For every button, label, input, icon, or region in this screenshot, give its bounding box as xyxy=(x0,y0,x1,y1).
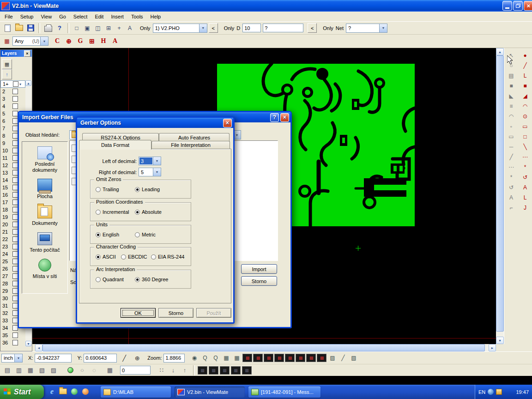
dots-icon[interactable]: ⋯ xyxy=(505,163,517,172)
letter-l-icon[interactable]: L xyxy=(519,193,531,202)
layer-row[interactable]: 3 xyxy=(0,95,25,103)
unit-combo[interactable]: inch ▼ xyxy=(1,354,23,363)
rectangle-icon[interactable]: ▭ xyxy=(505,132,517,141)
radio-icon[interactable] xyxy=(96,232,101,237)
tray-update-icon[interactable] xyxy=(496,389,502,395)
radio-icon[interactable] xyxy=(96,254,101,260)
taskbar-item-messenger[interactable]: [191-482-091] - Mess... xyxy=(248,387,320,398)
filled-square-icon[interactable]: ■ xyxy=(519,81,531,91)
print-icon[interactable] xyxy=(42,23,54,34)
open-file-icon[interactable] xyxy=(13,23,24,34)
pad-view-icon[interactable]: ▩ xyxy=(317,354,326,362)
tab-auto-features[interactable]: Auto Features xyxy=(159,133,230,141)
menu-item[interactable]: Go xyxy=(55,12,70,21)
lamp-icon[interactable]: ○ xyxy=(77,365,88,376)
layer-color-swatch[interactable] xyxy=(12,332,18,338)
hatch-view-icon[interactable]: ▧ xyxy=(36,365,48,376)
mirror-view-icon[interactable]: ▥ xyxy=(13,365,24,376)
radio-ebcdic[interactable]: EBCDIC xyxy=(121,254,147,260)
horizontal-scroll-thumb[interactable] xyxy=(42,344,485,351)
taskbar-item-mlab[interactable]: D:\MLAB xyxy=(101,387,171,398)
layers-view-icon[interactable]: ▨ xyxy=(327,353,337,363)
split-view-icon[interactable]: ◫ xyxy=(93,23,103,33)
menu-item[interactable]: Insert xyxy=(107,12,127,21)
dots-icon[interactable]: ⋯ xyxy=(519,152,531,162)
menu-item[interactable]: Edit xyxy=(91,12,107,21)
pad-pattern-icon[interactable]: ▩ xyxy=(198,366,207,375)
scroll-left-icon[interactable]: ◄ xyxy=(35,344,42,351)
close-icon[interactable]: × xyxy=(280,113,289,122)
dcode-g-icon[interactable]: G xyxy=(75,36,86,47)
diagonal-icon[interactable]: ╱ xyxy=(338,353,348,363)
radio-icon[interactable] xyxy=(96,210,101,215)
radio-english[interactable]: English xyxy=(96,232,119,237)
gerber-dialog-titlebar[interactable]: Gerber Options × xyxy=(77,118,233,128)
taskbar-clock[interactable]: 19:47 xyxy=(516,389,529,395)
traffic-light-icon[interactable] xyxy=(65,365,76,376)
left-of-decimal-combo[interactable]: 3 ▼ xyxy=(139,157,161,165)
radio-incremental[interactable]: Incremental xyxy=(96,209,129,215)
close-button[interactable]: × xyxy=(524,1,532,11)
menu-item[interactable]: Tools xyxy=(127,12,147,21)
vertical-scroll-thumb[interactable] xyxy=(496,55,504,332)
tab-data-format[interactable]: Data Format xyxy=(79,140,151,150)
layer-color-swatch[interactable] xyxy=(12,89,18,94)
circle-dot-icon[interactable]: ⊙ xyxy=(519,112,531,121)
layer-row[interactable]: 1+ xyxy=(0,80,25,88)
radio-icon[interactable] xyxy=(96,277,101,282)
titlebar[interactable]: V2.bin - ViewMate × xyxy=(0,0,532,12)
radio-360-degree[interactable]: 360 Degree xyxy=(135,277,169,282)
internet-explorer-icon[interactable]: e xyxy=(48,387,56,395)
move-up-icon[interactable]: ↑ xyxy=(179,365,190,376)
restore-button[interactable] xyxy=(513,1,523,11)
radio-icon[interactable] xyxy=(135,277,140,282)
text-icon[interactable]: A xyxy=(505,193,517,202)
layers-icon[interactable]: ▤ xyxy=(505,71,517,80)
radio-icon[interactable] xyxy=(135,187,140,192)
target-icon[interactable]: ⊕ xyxy=(63,36,74,47)
help-icon[interactable]: ? xyxy=(270,113,279,122)
pad-view-icon[interactable]: ▩ xyxy=(253,354,263,362)
radio-metric[interactable]: Metric xyxy=(135,232,156,237)
folder-icon[interactable] xyxy=(59,387,67,395)
pad-pattern-icon[interactable]: ▩ xyxy=(220,366,230,375)
dcode-filter-input[interactable]: ? xyxy=(263,24,303,32)
menu-item[interactable]: Help xyxy=(147,12,165,21)
right-of-decimal-combo[interactable]: 5 ▼ xyxy=(139,168,161,176)
hatch-icon[interactable]: ≡ xyxy=(505,102,517,111)
count-field[interactable]: 0 xyxy=(120,366,151,375)
move-down-icon[interactable]: ↓ xyxy=(168,365,179,376)
pad-view-icon[interactable]: ▩ xyxy=(274,354,284,362)
checker-icon[interactable]: ▧ xyxy=(349,353,358,363)
radio-ascii[interactable]: ASCII xyxy=(96,254,116,260)
dcode-a-icon[interactable]: A xyxy=(109,36,121,47)
board-view-icon[interactable]: ▤ xyxy=(2,365,13,376)
hook-icon[interactable]: J xyxy=(519,203,531,212)
chevron-down-icon[interactable]: ▼ xyxy=(40,37,48,45)
layer-color-swatch[interactable] xyxy=(12,340,18,345)
layer-combo[interactable]: 1) V2.PHO ▼ xyxy=(153,24,207,33)
scroll-up-icon[interactable]: ▲ xyxy=(25,80,31,86)
slash-icon[interactable]: ╱ xyxy=(505,152,517,162)
zoom-in-icon[interactable]: Q xyxy=(200,353,210,363)
filled-triangle-icon[interactable]: ◢ xyxy=(519,91,531,101)
pad-icon[interactable]: ● xyxy=(519,51,531,60)
grid-icon[interactable]: ⊞ xyxy=(103,23,114,33)
chevron-down-icon[interactable]: ▼ xyxy=(153,168,161,176)
hollow-square-icon[interactable]: □ xyxy=(519,132,531,141)
zoom-window-icon[interactable]: ◉ xyxy=(189,353,199,363)
minimize-button[interactable] xyxy=(502,1,512,11)
prev-dcode-button[interactable]: < xyxy=(308,23,317,33)
segment-icon[interactable]: ─ xyxy=(505,142,517,151)
pad-view-icon[interactable]: ▩ xyxy=(296,354,305,362)
grid-dots-icon[interactable]: ▦ xyxy=(221,353,231,363)
cancel-button[interactable]: Storno xyxy=(241,276,277,286)
place-network[interactable]: Místa v síti xyxy=(24,259,66,279)
radio-icon[interactable] xyxy=(96,187,101,192)
pad-view-icon[interactable]: ▩ xyxy=(306,354,316,362)
arc-icon[interactable]: ◠ xyxy=(505,112,517,121)
frame-icon[interactable]: ▣ xyxy=(82,23,92,33)
radio-icon[interactable] xyxy=(135,232,140,237)
menu-item[interactable]: File xyxy=(1,12,17,21)
dcode-h-icon[interactable]: H xyxy=(98,36,109,47)
